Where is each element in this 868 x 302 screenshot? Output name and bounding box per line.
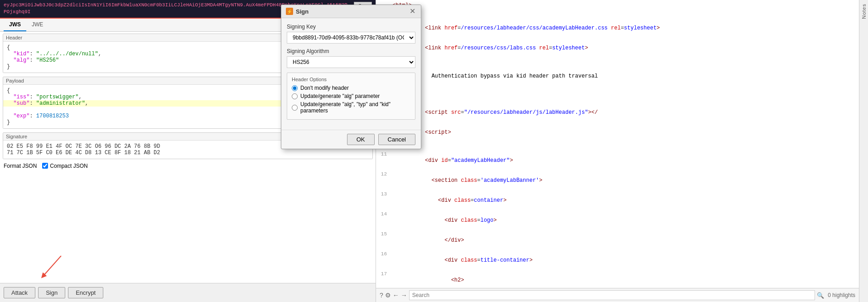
settings-icon[interactable]: ⚙ (385, 292, 391, 299)
svg-line-1 (43, 256, 61, 276)
signing-key-select[interactable]: 9bbd8891-70d9-4095-833b-9778c78af41b (OC… (287, 32, 415, 44)
encrypt-button[interactable]: Encrypt (68, 287, 103, 298)
modal-title: Sign (296, 8, 409, 15)
compact-json-option[interactable]: Compact JSON (42, 163, 87, 169)
code-line: 13 <div class=container> (376, 190, 859, 210)
modal-close-button[interactable]: ✕ (409, 8, 416, 15)
radio-update-alg[interactable]: Update/generate "alg" parameter (292, 93, 410, 99)
signing-algorithm-select[interactable]: HS256 (287, 56, 415, 68)
search-icon[interactable]: 🔍 (817, 292, 824, 299)
code-line: 11 <div id="academyLabHeader"> (376, 151, 859, 170)
back-icon[interactable]: ← (393, 292, 399, 299)
signing-algorithm-label: Signing Algorithm (287, 48, 415, 54)
modal-icon: ⚡ (286, 8, 293, 15)
format-json-option[interactable]: Format JSON (4, 163, 37, 169)
search-input[interactable] (409, 290, 815, 300)
code-line: 8 <script src="/resources/labheader/js/l… (376, 102, 859, 122)
code-line: 1 (376, 10, 859, 18)
bottom-toolbar: Attack Sign Encrypt (0, 283, 376, 302)
code-content[interactable]: <html> 1 2 <link href=/resources/labhead… (376, 0, 859, 288)
help-icon[interactable]: ? (380, 292, 383, 299)
code-line: 6 (376, 86, 859, 94)
code-view-panel: <html> 1 2 <link href=/resources/labhead… (376, 0, 859, 302)
signing-algorithm-field: Signing Algorithm HS256 (287, 48, 415, 68)
header-options-group: Header Options Don't modify header Updat… (287, 73, 415, 120)
radio-dont-modify[interactable]: Don't modify header (292, 85, 410, 91)
sign-button[interactable]: Sign (38, 287, 65, 298)
modal-titlebar: ⚡ Sign ✕ (281, 5, 421, 18)
code-line: 7 (376, 94, 859, 102)
modal-footer: OK Cancel (281, 130, 421, 149)
modal-ok-button[interactable]: OK (347, 134, 375, 145)
radio-update-all-label: Update/generate "alg", "typ" and "kid" p… (300, 101, 410, 114)
tab-jws[interactable]: JWS (4, 19, 26, 31)
attack-button[interactable]: Attack (4, 287, 35, 298)
radio-update-alg-input[interactable] (292, 93, 298, 99)
sign-modal: ⚡ Sign ✕ Signing Key 9bbd8891-70d9-4095-… (281, 5, 421, 149)
code-line: 2 <link href=/resources/labheader/css/ac… (376, 18, 859, 38)
code-line: 12 <section class='academyLabBanner'> (376, 170, 859, 190)
code-line: 9 <script> (376, 122, 859, 142)
code-line: 4 (376, 58, 859, 66)
format-json-label: Format JSON (4, 163, 37, 169)
code-line: 5 Authentication bypass via kid header p… (376, 66, 859, 86)
tab-jwe[interactable]: JWE (26, 19, 48, 31)
format-options: Format JSON Compact JSON (0, 161, 376, 171)
sig-line2: 71 7C 1B 5F C0 E6 DE 4C D8 13 CE 8F 18 2… (7, 150, 369, 156)
code-line: 10 (376, 142, 859, 151)
search-bar: ? ⚙ ← → 🔍 0 highlights (376, 288, 859, 302)
code-line: 17 <h2> (376, 270, 859, 288)
code-line: 16 <div class=title-container> (376, 250, 859, 270)
modal-body: Signing Key 9bbd8891-70d9-4095-833b-9778… (281, 18, 421, 130)
code-line: 14 <div class=logo> (376, 210, 859, 230)
compact-json-label: Compact JSON (50, 163, 87, 169)
signing-key-field: Signing Key 9bbd8891-70d9-4095-833b-9778… (287, 24, 415, 44)
signing-key-label: Signing Key (287, 24, 415, 30)
radio-update-all-input[interactable] (292, 105, 298, 111)
notes-label: Notes (861, 4, 867, 19)
arrow-indicator (39, 256, 66, 283)
header-options-title: Header Options (292, 77, 410, 82)
code-line: 15 </div> (376, 230, 859, 250)
notes-sidebar: Notes (859, 0, 868, 302)
code-line: 3 <link href=/resources/css/labs.css rel… (376, 38, 859, 58)
compact-json-checkbox[interactable] (42, 163, 48, 169)
forward-icon[interactable]: → (401, 292, 407, 299)
radio-update-alg-label: Update/generate "alg" parameter (300, 93, 380, 99)
radio-dont-modify-label: Don't modify header (300, 85, 349, 91)
modal-cancel-button[interactable]: Cancel (378, 134, 415, 145)
radio-update-all[interactable]: Update/generate "alg", "typ" and "kid" p… (292, 101, 410, 114)
highlights-count: 0 highlights (826, 292, 855, 298)
code-line: <html> (376, 2, 859, 10)
radio-dont-modify-input[interactable] (292, 85, 298, 91)
